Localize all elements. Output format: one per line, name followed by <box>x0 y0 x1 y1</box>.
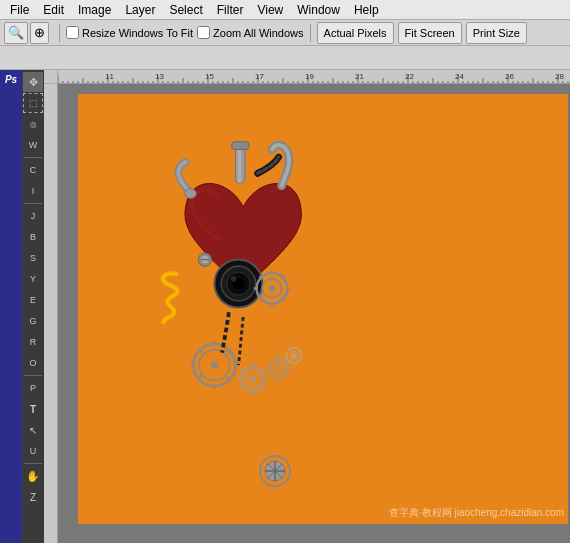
horizontal-ruler-canvas <box>58 70 570 84</box>
svg-line-21 <box>242 386 244 388</box>
menu-image[interactable]: Image <box>72 0 117 20</box>
svg-line-10 <box>199 375 202 378</box>
svg-point-13 <box>250 377 256 383</box>
svg-line-18 <box>242 369 244 371</box>
main-area: Ps ✥ ⬚ ⌾ W C I J B S Y E G R O P T ↖ U ✋… <box>0 70 570 543</box>
toolbar-separator-1 <box>59 24 60 42</box>
svg-line-9 <box>227 350 230 353</box>
actual-pixels-btn[interactable]: Actual Pixels <box>317 22 394 44</box>
svg-point-24 <box>276 366 281 371</box>
menu-view[interactable]: View <box>251 0 289 20</box>
canvas-row: 查字典·教程网 jiaocheng.chazidian.com <box>44 84 570 543</box>
gradient-tool-btn[interactable]: G <box>23 311 43 331</box>
svg-line-7 <box>199 350 202 353</box>
tool-separator-3 <box>24 375 42 376</box>
menu-filter[interactable]: Filter <box>211 0 250 20</box>
crop-tool-btn[interactable]: C <box>23 160 43 180</box>
svg-rect-35 <box>232 142 249 150</box>
ruler-top <box>58 70 570 84</box>
ps-logo: Ps <box>5 74 17 85</box>
zoom-all-windows-checkbox[interactable]: Zoom All Windows <box>197 26 303 39</box>
pen-tool-btn[interactable]: P <box>23 378 43 398</box>
canvas[interactable]: 查字典·教程网 jiaocheng.chazidian.com <box>78 94 568 524</box>
brush-tool-btn[interactable]: B <box>23 227 43 247</box>
drain-svg <box>258 454 293 489</box>
tools-panel: ✥ ⬚ ⌾ W C I J B S Y E G R O P T ↖ U ✋ Z <box>22 70 44 543</box>
canvas-wrapper: 查字典·教程网 jiaocheng.chazidian.com <box>44 70 570 543</box>
resize-windows-checkbox[interactable]: Resize Windows To Fit <box>66 26 193 39</box>
svg-line-8 <box>227 378 230 381</box>
options-bar <box>0 46 570 70</box>
zoom-canvas-tool-btn[interactable]: Z <box>23 487 43 507</box>
path-selection-tool-btn[interactable]: ↖ <box>23 420 43 440</box>
toolbar-separator-2 <box>310 24 311 42</box>
ruler-corner <box>44 70 58 84</box>
canvas-container[interactable]: 查字典·教程网 jiaocheng.chazidian.com <box>58 84 570 543</box>
tool-separator-1 <box>24 157 42 158</box>
blur-tool-btn[interactable]: R <box>23 332 43 352</box>
dodge-tool-btn[interactable]: O <box>23 353 43 373</box>
ruler-left <box>44 84 58 543</box>
artwork <box>133 119 363 429</box>
vertical-ruler-canvas <box>44 84 58 543</box>
menu-help[interactable]: Help <box>348 0 385 20</box>
svg-line-20 <box>261 369 263 371</box>
fit-screen-btn[interactable]: Fit Screen <box>398 22 462 44</box>
shape-tool-btn[interactable]: U <box>23 441 43 461</box>
svg-line-19 <box>261 388 263 390</box>
ruler-row <box>44 70 570 84</box>
type-tool-btn[interactable]: T <box>23 399 43 419</box>
svg-point-31 <box>292 354 296 358</box>
marquee-tool-btn[interactable]: ⬚ <box>23 93 43 113</box>
zoom-out-btn[interactable]: 🔍 <box>4 22 28 44</box>
hand-tool-btn[interactable]: ✋ <box>23 466 43 486</box>
tool-separator-2 <box>24 203 42 204</box>
history-brush-tool-btn[interactable]: Y <box>23 269 43 289</box>
lasso-tool-btn[interactable]: ⌾ <box>23 114 43 134</box>
menu-layer[interactable]: Layer <box>119 0 161 20</box>
tool-separator-4 <box>24 463 42 464</box>
healing-tool-btn[interactable]: J <box>23 206 43 226</box>
menu-file[interactable]: File <box>4 0 35 20</box>
eyedropper-tool-btn[interactable]: I <box>23 181 43 201</box>
menu-edit[interactable]: Edit <box>37 0 70 20</box>
zoom-in-btn[interactable]: ⊕ <box>30 22 49 44</box>
menu-select[interactable]: Select <box>163 0 208 20</box>
move-tool-btn[interactable]: ✥ <box>23 72 43 92</box>
svg-point-32 <box>185 189 197 199</box>
menu-window[interactable]: Window <box>291 0 346 20</box>
ps-panel: Ps <box>0 70 22 543</box>
quick-select-tool-btn[interactable]: W <box>23 135 43 155</box>
clone-tool-btn[interactable]: S <box>23 248 43 268</box>
menu-bar: File Edit Image Layer Select Filter View… <box>0 0 570 20</box>
svg-point-40 <box>231 276 237 282</box>
svg-rect-34 <box>237 145 241 183</box>
watermark: 查字典·教程网 jiaocheng.chazidian.com <box>389 506 564 520</box>
svg-point-43 <box>269 285 276 292</box>
eraser-tool-btn[interactable]: E <box>23 290 43 310</box>
svg-point-2 <box>211 361 219 369</box>
print-size-btn[interactable]: Print Size <box>466 22 527 44</box>
toolbar: 🔍 ⊕ Resize Windows To Fit Zoom All Windo… <box>0 20 570 46</box>
